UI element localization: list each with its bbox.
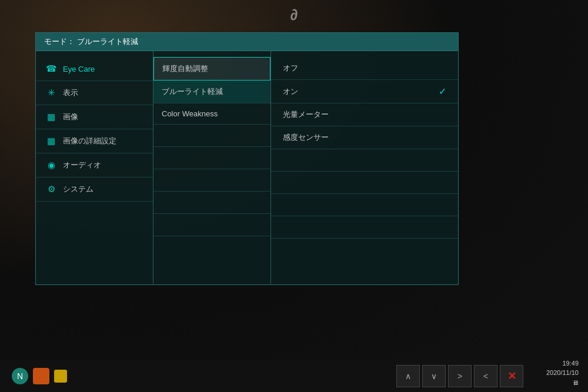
taskbar-icons: N [0, 368, 67, 384]
blue-light-label: ブルーライト軽減 [162, 87, 223, 96]
taskbar-yellow-icon[interactable] [54, 370, 67, 383]
option-light-meter-label: 光量メーター [283, 109, 329, 120]
mode-value: ブルーライト軽減 [77, 36, 138, 47]
option-off-label: オフ [283, 63, 298, 73]
nav-buttons: ∧ ∨ > < ✕ [396, 365, 523, 387]
taskbar-orange-icon[interactable] [33, 368, 49, 384]
taskbar: N ∧ ∨ > < ✕ 19:49 2020/11/10 🖥 [0, 360, 588, 392]
brand-logo: ∂ [290, 6, 298, 24]
sidebar-label-eye-care: Eye Care [63, 65, 95, 73]
right-empty-2 [271, 172, 458, 194]
taskbar-logo-icon[interactable]: N [12, 368, 28, 384]
nav-close-button[interactable]: ✕ [500, 365, 523, 387]
menu-item-blue-light[interactable]: ブルーライト軽減 [153, 81, 270, 103]
image-detail-icon: ▦ [45, 135, 57, 147]
option-light-meter[interactable]: 光量メーター [271, 103, 458, 126]
right-empty-4 [271, 216, 458, 239]
right-empty-3 [271, 194, 458, 216]
nav-up-button[interactable]: ∧ [396, 365, 420, 387]
osd-main: ☎ Eye Care ✳ 表示 ▦ 画像 ▦ 画像の詳細設定 ◉ オーディオ ⚙… [36, 51, 458, 284]
option-sensor[interactable]: 感度センサー [271, 126, 458, 149]
display-icon: ✳ [45, 87, 57, 99]
clock: 19:49 2020/11/10 🖥 [543, 354, 582, 393]
sidebar-item-eye-care[interactable]: ☎ Eye Care [36, 57, 153, 81]
audio-icon: ◉ [45, 159, 57, 171]
sidebar-item-image[interactable]: ▦ 画像 [36, 105, 153, 129]
option-sensor-label: 感度センサー [283, 132, 329, 143]
right-empty-1 [271, 149, 458, 172]
color-weakness-label: Color Weakness [162, 109, 218, 118]
monitor-icon: 🖥 [546, 378, 579, 388]
mode-label: モード： [44, 36, 75, 47]
osd-center-menu: 輝度自動調整 ブルーライト軽減 Color Weakness [153, 51, 271, 284]
sidebar-label-image-detail: 画像の詳細設定 [63, 136, 116, 146]
option-on[interactable]: オン ✓ [271, 80, 458, 103]
center-empty-4 [153, 192, 270, 214]
nav-down-button[interactable]: ∨ [422, 365, 446, 387]
sidebar-item-image-detail[interactable]: ▦ 画像の詳細設定 [36, 129, 153, 153]
osd-sidebar: ☎ Eye Care ✳ 表示 ▦ 画像 ▦ 画像の詳細設定 ◉ オーディオ ⚙… [36, 51, 153, 284]
sidebar-item-display[interactable]: ✳ 表示 [36, 81, 153, 105]
sidebar-label-image: 画像 [63, 112, 78, 122]
image-icon: ▦ [45, 111, 57, 123]
option-on-label: オン [283, 86, 298, 97]
center-empty-1 [153, 125, 270, 147]
checkmark-icon: ✓ [439, 86, 446, 97]
nav-right-button[interactable]: > [448, 365, 472, 387]
nav-left-button[interactable]: < [474, 365, 497, 387]
sidebar-item-audio[interactable]: ◉ オーディオ [36, 153, 153, 177]
system-icon: ⚙ [45, 183, 57, 195]
sidebar-item-system[interactable]: ⚙ システム [36, 177, 153, 202]
brightness-auto-label: 輝度自動調整 [162, 64, 208, 73]
menu-item-color-weakness[interactable]: Color Weakness [153, 103, 270, 125]
option-off[interactable]: オフ [271, 57, 458, 80]
center-empty-3 [153, 169, 270, 192]
center-empty-2 [153, 147, 270, 169]
clock-time: 19:49 [546, 359, 579, 368]
sidebar-label-display: 表示 [63, 88, 78, 98]
menu-item-brightness-auto[interactable]: 輝度自動調整 [153, 57, 270, 81]
clock-date: 2020/11/10 [546, 368, 579, 378]
sidebar-label-system: システム [63, 184, 93, 195]
osd-topbar: モード： ブルーライト軽減 [36, 33, 458, 51]
sidebar-label-audio: オーディオ [63, 160, 101, 170]
osd-right-options: オフ オン ✓ 光量メーター 感度センサー [271, 51, 458, 284]
eye-care-icon: ☎ [45, 63, 57, 75]
osd-panel: モード： ブルーライト軽減 ☎ Eye Care ✳ 表示 ▦ 画像 ▦ 画像の… [35, 32, 459, 285]
center-empty-5 [153, 214, 270, 236]
